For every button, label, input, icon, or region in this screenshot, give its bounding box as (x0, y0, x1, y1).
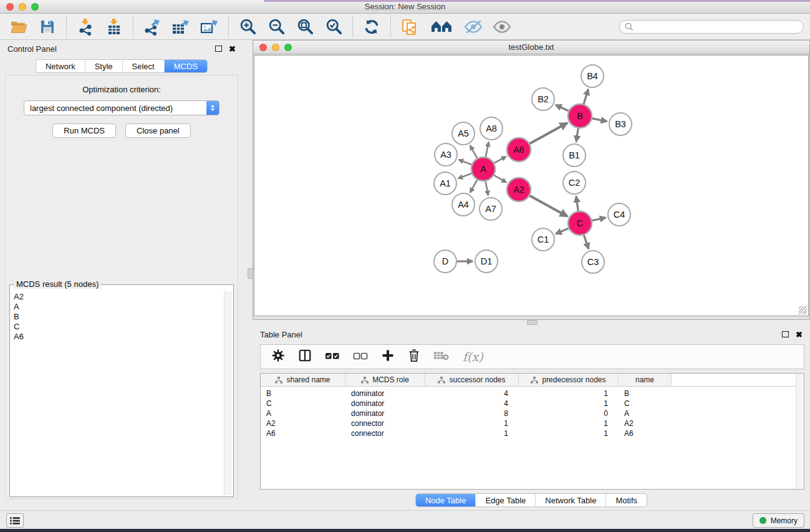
add-column-button[interactable] (381, 349, 395, 365)
import-network-button[interactable] (76, 17, 95, 36)
graph-edge-A-A4[interactable] (470, 180, 477, 192)
table-cell[interactable]: A (619, 409, 672, 418)
table-cell[interactable]: 4 (425, 389, 519, 398)
table-scrollbar[interactable] (796, 374, 804, 489)
hide-graphics-details-button[interactable] (464, 17, 483, 36)
table-cell[interactable]: A6 (619, 429, 672, 438)
save-session-button[interactable] (38, 17, 57, 36)
refresh-view-button[interactable] (362, 17, 381, 36)
table-cell[interactable]: B (261, 389, 345, 398)
search-field[interactable] (619, 20, 804, 34)
result-list-item[interactable]: C (12, 322, 222, 332)
memory-button[interactable]: Memory (753, 513, 804, 528)
column-header-shared-name[interactable]: shared name (261, 374, 345, 386)
graph-edge-A-A3[interactable] (459, 160, 472, 165)
table-cell[interactable]: C (619, 399, 672, 408)
graph-edge-A6-B[interactable] (530, 123, 567, 143)
table-cell[interactable]: 1 (519, 419, 619, 428)
table-cell[interactable]: dominator (345, 409, 425, 418)
table-row[interactable]: Adominator80A (261, 409, 804, 418)
criterion-select[interactable]: largest connected component (directed) (24, 100, 219, 115)
table-cell[interactable]: 4 (425, 399, 519, 408)
tab-style[interactable]: Style (85, 60, 122, 72)
zoom-out-button[interactable] (267, 17, 286, 36)
table-cell[interactable]: 1 (425, 419, 519, 428)
zoom-fit-button[interactable] (296, 17, 314, 36)
graph-edge-B-B1[interactable] (576, 128, 578, 142)
minimize-view-icon[interactable] (272, 44, 279, 51)
table-cell[interactable]: A2 (619, 419, 672, 428)
horizontal-split-handle[interactable] (527, 320, 538, 325)
tab-network[interactable]: Network (36, 60, 85, 72)
graph-edge-C-C2[interactable] (576, 196, 578, 211)
graph-edge-A2-C[interactable] (530, 196, 567, 216)
result-list-item[interactable]: B (12, 312, 222, 322)
close-view-icon[interactable] (259, 44, 267, 51)
table-cell[interactable]: 1 (425, 429, 519, 438)
table-cell[interactable]: 1 (519, 429, 619, 438)
table-cell[interactable]: C (261, 399, 345, 408)
network-canvas[interactable]: B4B2BB3A5A8A6A3B1AA1C2A2A4A7C4CC1C3DD1 (254, 55, 809, 316)
graph-edge-C-C4[interactable] (592, 218, 606, 221)
result-list-item[interactable]: A2 (12, 292, 222, 302)
home-view-button[interactable] (429, 17, 454, 36)
table-cell[interactable]: B (619, 389, 672, 398)
graph-edge-A-A8[interactable] (486, 142, 489, 157)
graph-edge-A-A6[interactable] (494, 157, 506, 163)
table-row[interactable]: Cdominator41C (261, 399, 804, 409)
tab-mcds[interactable]: MCDS (164, 60, 207, 72)
open-session-button[interactable] (9, 17, 28, 36)
tab-edge-table[interactable]: Edge Table (475, 494, 535, 506)
table-cell[interactable]: 0 (519, 409, 619, 418)
result-list-item[interactable]: A (12, 302, 222, 312)
table-cell[interactable]: A6 (261, 429, 345, 438)
export-network-button[interactable] (143, 17, 162, 36)
graph-edge-A-A7[interactable] (486, 181, 488, 196)
column-header-successor-nodes[interactable]: successor nodes (425, 374, 519, 386)
deselect-all-columns-button[interactable] (353, 349, 368, 365)
vertical-split-handle[interactable] (248, 268, 253, 279)
result-list-item[interactable]: A6 (12, 332, 222, 342)
delete-column-button[interactable] (408, 349, 420, 365)
graph-edge-B-B4[interactable] (584, 89, 588, 104)
graph-edge-C-C3[interactable] (584, 235, 589, 249)
table-cell[interactable]: connector (345, 419, 425, 428)
column-header-name[interactable]: name (619, 374, 672, 386)
table-row[interactable]: Bdominator41B (261, 389, 804, 399)
close-table-panel-icon[interactable]: ✖ (796, 331, 803, 339)
close-panel-button[interactable]: Close panel (125, 123, 191, 138)
graph-edge-B-B2[interactable] (556, 105, 569, 111)
tab-select[interactable]: Select (122, 60, 164, 72)
table-cell[interactable]: 1 (519, 389, 619, 398)
run-mcds-button[interactable]: Run MCDS (52, 123, 116, 138)
graph-edge-A-A5[interactable] (470, 145, 477, 158)
table-settings-button[interactable] (271, 349, 285, 365)
graph-edge-C-C1[interactable] (556, 228, 569, 234)
window-resize-grip[interactable] (799, 306, 807, 314)
zoom-in-button[interactable] (238, 17, 257, 36)
close-panel-icon[interactable]: ✖ (229, 45, 236, 53)
tab-motifs[interactable]: Motifs (605, 494, 647, 506)
column-header-MCDS-role[interactable]: MCDS role (345, 374, 425, 386)
function-builder-button[interactable]: f(x) (463, 350, 483, 364)
float-panel-icon[interactable] (215, 46, 222, 52)
table-cell[interactable]: connector (345, 429, 425, 438)
graph-edge-A-A1[interactable] (458, 173, 472, 178)
table-cell[interactable]: 8 (425, 409, 519, 418)
select-all-columns-button[interactable] (325, 349, 340, 365)
float-table-panel-icon[interactable] (782, 331, 789, 337)
export-image-button[interactable] (200, 17, 219, 36)
network-from-file-button[interactable] (400, 17, 419, 36)
maximize-window-icon[interactable] (31, 3, 39, 11)
table-cell[interactable]: A2 (261, 419, 345, 428)
graph-edge-A-A2[interactable] (494, 175, 506, 183)
table-cell[interactable]: 1 (519, 399, 619, 408)
table-cell[interactable]: A (261, 409, 345, 418)
table-row[interactable]: A2connector11A2 (261, 418, 804, 428)
zoom-selected-button[interactable] (324, 17, 343, 36)
minimize-window-icon[interactable] (19, 3, 26, 11)
tab-network-table[interactable]: Network Table (535, 494, 605, 506)
show-panels-list-button[interactable] (6, 513, 24, 528)
export-table-button[interactable] (171, 17, 190, 36)
table-cell[interactable]: dominator (345, 389, 425, 398)
